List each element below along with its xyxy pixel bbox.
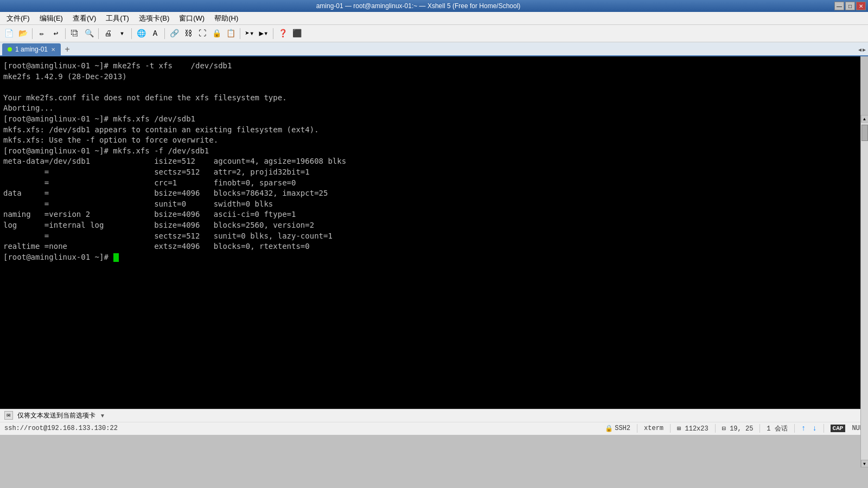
status-sep-1	[637, 424, 637, 433]
cap-badge: CAP	[831, 425, 846, 432]
tab-label: 1 aming-01	[15, 46, 48, 53]
minimize-button[interactable]: —	[834, 2, 844, 10]
toolbar-new-btn[interactable]: 📄	[2, 27, 15, 40]
terminal-output: [root@aminglinux-01 ~]# mke2fs -t xfs /d…	[3, 61, 857, 262]
ssh-connection-info: ssh://root@192.168.133.130:22	[4, 425, 118, 432]
protocol-label: SSH2	[615, 425, 630, 432]
menubar: 文件(F) 编辑(E) 查看(V) 工具(T) 选项卡(B) 窗口(W) 帮助(…	[0, 12, 868, 25]
session-count-label: 1 会话	[767, 424, 787, 433]
titlebar-text: aming-01 — root@aminglinux-01:~ — Xshell…	[2, 2, 834, 10]
menu-view[interactable]: 查看(V)	[68, 12, 100, 24]
tab-add-button[interactable]: +	[62, 44, 73, 55]
status-sep-2	[670, 424, 671, 433]
menu-tabs[interactable]: 选项卡(B)	[135, 12, 174, 24]
main-area: [root@aminglinux-01 ~]# mke2fs -t xfs /d…	[0, 56, 868, 409]
toolbar-search-btn[interactable]: 🔍	[82, 27, 95, 40]
statusbar: ✉ 仅将文本发送到当前选项卡 ▼ ssh://root@192.168.133.…	[0, 409, 868, 435]
toolbar-log-btn[interactable]: 📋	[224, 27, 237, 40]
toolbar-extra-btn[interactable]: ⬛	[290, 27, 303, 40]
menu-help[interactable]: 帮助(H)	[210, 12, 242, 24]
toolbar-lock-btn[interactable]: 🔒	[210, 27, 223, 40]
tabbar: 1 aming-01 ✕ + ◀ ▶	[0, 42, 868, 56]
status-sep-3	[715, 424, 716, 433]
menu-edit[interactable]: 编辑(E)	[35, 12, 67, 24]
toolbar-open-btn[interactable]: 📂	[16, 27, 29, 40]
toolbar-disconnect-btn[interactable]: ⛓	[182, 27, 195, 40]
tab-scroll-right: ◀ ▶	[858, 47, 866, 53]
toolbar-fullscreen-btn[interactable]: ⛶	[196, 27, 209, 40]
scroll-up-arrow[interactable]: ▲	[861, 115, 869, 123]
toolbar-sep-4	[131, 28, 132, 39]
toolbar-globe-btn[interactable]: 🌐	[135, 27, 148, 40]
toolbar-sep-3	[98, 28, 99, 39]
send-text-icon: ✉	[4, 411, 13, 420]
tab-status-dot	[8, 47, 12, 52]
terminal-type-label: xterm	[644, 425, 663, 432]
toolbar-sep-5	[164, 28, 165, 39]
status-sep-6	[824, 424, 824, 433]
dimensions-label: ⊞ 112x23	[677, 425, 709, 433]
send-text-dropdown-icon[interactable]: ▼	[100, 413, 105, 419]
toolbar-undo-btn[interactable]: ↩	[49, 27, 62, 40]
toolbar-font-btn[interactable]: A	[149, 27, 162, 40]
scroll-track[interactable]	[861, 123, 869, 460]
toolbar-help-btn[interactable]: ❓	[276, 27, 289, 40]
toolbar: 📄 📂 ✏️ ↩ ⿻ 🔍 🖨 ▾ 🌐 A 🔗 ⛓ ⛶ 🔒 📋 ➤▾ ▶▾ ❓ ⬛	[0, 25, 868, 42]
protocol-indicator: 🔒 SSH2	[605, 425, 630, 433]
scrollbar[interactable]: ▲ ▼	[860, 115, 868, 467]
download-icon: ↓	[812, 424, 816, 433]
titlebar-buttons: — □ ✕	[834, 2, 866, 10]
tab-scroll-right-icon[interactable]: ▶	[863, 47, 866, 53]
send-text-label: 仅将文本发送到当前选项卡	[17, 411, 95, 420]
menu-tools[interactable]: 工具(T)	[101, 12, 133, 24]
toolbar-sep-7	[273, 28, 273, 39]
close-button[interactable]: ✕	[856, 2, 866, 10]
scroll-down-arrow[interactable]: ▼	[861, 460, 869, 467]
toolbar-sep-2	[65, 28, 66, 39]
upload-icon: ↑	[801, 424, 806, 433]
titlebar: aming-01 — root@aminglinux-01:~ — Xshell…	[0, 0, 868, 12]
statusbar-right: 🔒 SSH2 xterm ⊞ 112x23 ⊟ 19, 25 1 会话 ↑ ↓ …	[605, 424, 864, 433]
maximize-button[interactable]: □	[845, 2, 855, 10]
toolbar-macro-btn[interactable]: ▶▾	[257, 27, 270, 40]
status-sep-4	[760, 424, 760, 433]
toolbar-connect-btn[interactable]: 🔗	[168, 27, 181, 40]
toolbar-sep-1	[32, 28, 33, 39]
toolbar-print-btn[interactable]: 🖨	[101, 27, 114, 40]
ssh-icon: 🔒	[605, 425, 613, 433]
tab-aming01[interactable]: 1 aming-01 ✕	[2, 43, 61, 55]
toolbar-sep-6	[240, 28, 240, 39]
status-sep-5	[794, 424, 795, 433]
scroll-thumb[interactable]	[861, 125, 868, 141]
menu-window[interactable]: 窗口(W)	[175, 12, 209, 24]
toolbar-copy-btn[interactable]: ⿻	[68, 27, 81, 40]
statusbar-top: ✉ 仅将文本发送到当前选项卡 ▼	[0, 409, 868, 422]
cursor-pos-label: ⊟ 19, 25	[722, 425, 754, 433]
statusbar-bottom: ssh://root@192.168.133.130:22 🔒 SSH2 xte…	[0, 422, 868, 435]
tab-close-icon[interactable]: ✕	[51, 47, 55, 53]
terminal[interactable]: [root@aminglinux-01 ~]# mke2fs -t xfs /d…	[0, 56, 860, 409]
menu-file[interactable]: 文件(F)	[2, 12, 34, 24]
toolbar-send-btn[interactable]: ➤▾	[243, 27, 256, 40]
tab-scroll-left-icon[interactable]: ◀	[858, 47, 861, 53]
toolbar-edit-btn[interactable]: ✏️	[35, 27, 48, 40]
toolbar-print2-btn[interactable]: ▾	[116, 27, 129, 40]
